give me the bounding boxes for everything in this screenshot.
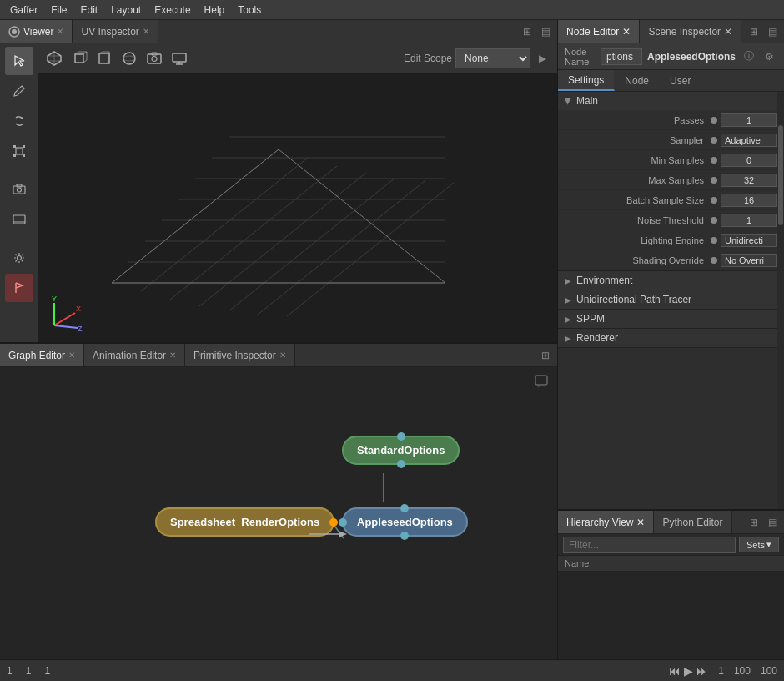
animation-editor-close[interactable]: ✕ [169, 351, 176, 360]
hierarchy-settings-icon[interactable]: ▤ [764, 514, 781, 531]
svg-rect-19 [173, 53, 186, 62]
svg-rect-13 [99, 53, 109, 63]
tab-hierarchy-view[interactable]: Hierarchy View ✕ [558, 511, 654, 533]
menu-layout[interactable]: Layout [104, 3, 148, 18]
prop-batch-sample-size: Batch Sample Size [558, 190, 784, 210]
panel-settings-icon[interactable]: ▤ [764, 23, 781, 40]
tab-python-editor[interactable]: Python Editor [654, 511, 731, 533]
tab-user[interactable]: User [660, 70, 701, 91]
batch-sample-input[interactable] [721, 194, 777, 207]
section-renderer-arrow: ▶ [565, 334, 571, 343]
edit-scope-select[interactable]: None [455, 48, 530, 68]
main-layout: Viewer ✕ UV Inspector ✕ ⊞ ▤ [0, 20, 784, 659]
viewer-layout-icon[interactable]: ⊞ [519, 23, 535, 40]
svg-line-38 [279, 149, 445, 283]
menu-edit[interactable]: Edit [73, 3, 104, 18]
viewer-canvas: X Y Z [0, 73, 557, 342]
tab-node-editor[interactable]: Node Editor ✕ [558, 20, 640, 43]
play-back-btn[interactable]: ⏮ [669, 664, 681, 678]
status-col3: 1 [44, 665, 50, 677]
svg-point-14 [123, 53, 135, 64]
sampler-value[interactable]: Adaptive [721, 134, 777, 147]
section-sppm-header[interactable]: ▶ SPPM [558, 310, 784, 328]
passes-input[interactable] [721, 114, 777, 127]
left-panel: Viewer ✕ UV Inspector ✕ ⊞ ▤ [0, 20, 557, 659]
node-standard-options[interactable]: StandardOptions [342, 436, 460, 465]
viewer-area: Edit Scope None ▶ [0, 43, 557, 342]
tab-animation-editor[interactable]: Animation Editor ✕ [84, 344, 185, 366]
toolbar-cube-icon[interactable] [43, 48, 65, 69]
graph-editor-close[interactable]: ✕ [68, 351, 75, 360]
node-name-input[interactable] [601, 48, 642, 65]
tool-select[interactable] [5, 47, 33, 75]
properties-scrollbar[interactable] [777, 92, 784, 509]
shading-override-value[interactable]: No Overri [721, 254, 777, 267]
max-samples-input[interactable] [721, 174, 777, 187]
prop-sampler: Sampler Adaptive [558, 130, 784, 150]
tab-graph-editor[interactable]: Graph Editor ✕ [0, 344, 84, 366]
menu-tools[interactable]: Tools [231, 3, 268, 18]
prop-lighting-engine: Lighting Engine Unidirecti [558, 230, 784, 250]
section-main-arrow: ▶ [564, 98, 573, 104]
tab-uv-inspector[interactable]: UV Inspector ✕ [73, 20, 158, 43]
section-environment-header[interactable]: ▶ Environment [558, 271, 784, 290]
menu-help[interactable]: Help [198, 3, 232, 18]
toolbar-camera2-icon[interactable] [143, 48, 165, 69]
prop-passes: Passes [558, 110, 784, 130]
menu-execute[interactable]: Execute [148, 3, 197, 18]
section-environment-arrow: ▶ [565, 276, 571, 285]
passes-dot [711, 117, 717, 124]
hierarchy-layout-icon[interactable]: ⊞ [746, 514, 762, 531]
hierarchy-close[interactable]: ✕ [636, 517, 645, 528]
menu-gaffer[interactable]: Gaffer [3, 3, 44, 18]
min-samples-input[interactable] [721, 154, 777, 167]
lighting-engine-value[interactable]: Unidirecti [721, 234, 777, 247]
edit-scope-arrow[interactable]: ▶ [534, 50, 550, 67]
viewer-close[interactable]: ✕ [57, 27, 63, 36]
graph-grid-icon[interactable]: ⊞ [537, 347, 554, 364]
tab-node[interactable]: Node [615, 70, 660, 91]
section-environment: ▶ Environment [558, 271, 784, 290]
svg-line-40 [54, 313, 75, 325]
chat-icon[interactable] [534, 374, 549, 392]
section-unidirectional-header[interactable]: ▶ Unidirectional Path Tracer [558, 290, 784, 309]
hierarchy-header: Hierarchy View ✕ Python Editor ⊞ ▤ [558, 511, 784, 534]
graph-canvas[interactable]: StandardOptions AppleseedOptions [0, 367, 557, 659]
svg-line-28 [287, 183, 454, 316]
noise-threshold-input[interactable] [721, 214, 777, 227]
section-main: ▶ Main Passes Sampler Adaptive Min S [558, 92, 784, 271]
tab-primitive-inspector[interactable]: Primitive Inspector ✕ [185, 344, 295, 366]
node-gear-icon[interactable]: ⚙ [761, 48, 777, 65]
section-renderer-header[interactable]: ▶ Renderer [558, 329, 784, 347]
prop-min-samples: Min Samples [558, 150, 784, 170]
svg-point-15 [123, 56, 135, 61]
svg-line-23 [141, 158, 308, 291]
status-bar: 1 1 1 ⏮ ▶ ⏭ 1 100 100 [0, 659, 784, 681]
graph-tab-bar: Graph Editor ✕ Animation Editor ✕ Primit… [0, 344, 557, 367]
node-info-icon[interactable]: ⓘ [741, 48, 757, 65]
viewer-settings-icon[interactable]: ▤ [537, 23, 554, 40]
menu-file[interactable]: File [44, 3, 73, 18]
node-editor-close[interactable]: ✕ [622, 26, 631, 38]
node-appleseed-options[interactable]: AppleseedOptions [342, 507, 468, 537]
tab-viewer[interactable]: Viewer ✕ [0, 20, 73, 43]
node-spreadsheet[interactable]: Spreadsheet_RenderOptions [155, 507, 334, 537]
scene-inspector-close[interactable]: ✕ [724, 26, 732, 38]
panel-layout-icon[interactable]: ⊞ [746, 23, 762, 40]
tab-scene-inspector[interactable]: Scene Inspector ✕ [640, 20, 741, 43]
toolbar-sphere-icon[interactable] [118, 48, 140, 69]
toolbar-box-icon[interactable] [93, 48, 115, 69]
section-main-header[interactable]: ▶ Main [558, 92, 784, 110]
hierarchy-filter-input[interactable] [563, 537, 736, 553]
toolbar-display-icon[interactable] [168, 48, 190, 69]
node-name-value-display: AppleseedOptions [647, 51, 736, 63]
toolbar-cube2-icon[interactable] [68, 48, 90, 69]
sets-button[interactable]: Sets ▾ [739, 537, 779, 552]
play-fwd-btn[interactable]: ⏭ [696, 664, 708, 678]
uv-inspector-close[interactable]: ✕ [143, 27, 149, 36]
shading-override-dot [711, 257, 717, 264]
primitive-inspector-close[interactable]: ✕ [279, 351, 286, 360]
hierarchy-filter-bar: Sets ▾ [558, 534, 784, 556]
tab-settings[interactable]: Settings [558, 70, 615, 91]
play-btn[interactable]: ▶ [684, 664, 693, 678]
